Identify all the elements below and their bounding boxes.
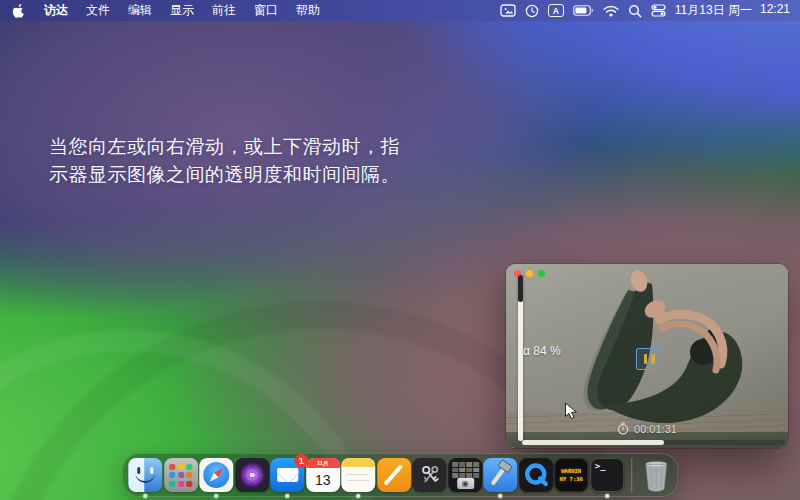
dock-item-keychain[interactable] xyxy=(412,458,446,492)
pause-icon[interactable] xyxy=(636,348,662,370)
keychain-icon xyxy=(412,458,446,492)
menu-bar-status: A 11月13日 周一 12:21 xyxy=(500,2,800,19)
dock-item-image-capture[interactable] xyxy=(448,458,482,492)
mouse-cursor xyxy=(564,402,578,421)
mail-badge: 1 xyxy=(294,454,308,468)
dock-item-trash[interactable] xyxy=(640,458,672,492)
vertical-opacity-slider[interactable] xyxy=(518,275,523,441)
trash-icon xyxy=(643,460,669,492)
menu-edit[interactable]: 编辑 xyxy=(119,0,161,21)
pages-icon xyxy=(377,458,411,492)
timer-readout: 00:01:31 xyxy=(506,422,788,435)
wifi-icon[interactable] xyxy=(603,5,619,17)
finder-icon xyxy=(128,458,162,492)
vertical-slider-thumb[interactable] xyxy=(518,275,523,302)
running-indicator xyxy=(143,494,147,498)
menu-bar-left: 访达 文件 编辑 显示 前往 窗口 帮助 xyxy=(0,0,329,21)
dock-item-finder[interactable] xyxy=(128,458,162,492)
tor-browser-icon xyxy=(235,458,269,492)
dock-item-notes[interactable] xyxy=(341,458,375,492)
dock-item-launchpad[interactable] xyxy=(164,458,198,492)
calendar-icon: 11月 13 xyxy=(306,458,340,492)
timeline-filled xyxy=(522,440,664,445)
menu-bar-time[interactable]: 12:21 xyxy=(760,2,790,19)
running-indicator xyxy=(498,494,502,498)
menu-bar-date[interactable]: 11月13日 周一 xyxy=(675,2,752,19)
menu-file[interactable]: 文件 xyxy=(77,0,119,21)
menu-help[interactable]: 帮助 xyxy=(287,0,329,21)
battery-icon[interactable] xyxy=(573,5,594,16)
launchpad-icon xyxy=(164,458,198,492)
alpha-label: α 84 % xyxy=(523,344,561,358)
screen-capture-icon[interactable] xyxy=(500,4,516,17)
xcode-icon xyxy=(483,458,517,492)
dock-item-pages[interactable] xyxy=(377,458,411,492)
dock-item-xcode[interactable] xyxy=(483,458,517,492)
stopwatch-icon xyxy=(617,422,629,435)
apple-menu-icon[interactable] xyxy=(12,3,25,18)
running-indicator xyxy=(285,494,289,498)
menu-go[interactable]: 前往 xyxy=(203,0,245,21)
calendar-month: 11月 xyxy=(306,458,340,468)
time-elapsed: 00:01:31 xyxy=(634,423,677,435)
led-clock-icon: WARNIN NY 7:36 xyxy=(554,458,588,492)
timeline-remaining xyxy=(664,440,784,445)
desktop-caption: 当您向左或向右滑动，或上下滑动时，指 示器显示图像之间的透明度和时间间隔。 xyxy=(49,133,400,189)
menu-bar: 访达 文件 编辑 显示 前往 窗口 帮助 A 11月13日 周一 12 xyxy=(0,0,800,21)
terminal-icon: >_ xyxy=(590,458,624,492)
running-indicator xyxy=(605,494,609,498)
caption-line-1: 当您向左或向右滑动，或上下滑动时，指 xyxy=(49,133,400,161)
control-center-icon[interactable] xyxy=(651,4,666,17)
dock-item-calendar[interactable]: 11月 13 xyxy=(306,458,340,492)
image-capture-icon xyxy=(448,458,482,492)
dock-item-quicktime[interactable] xyxy=(519,458,553,492)
dock-item-mail[interactable]: 1 xyxy=(270,458,304,492)
safari-icon xyxy=(199,458,233,492)
spotlight-search-icon[interactable] xyxy=(628,4,642,18)
dock-item-safari[interactable] xyxy=(199,458,233,492)
horizontal-timeline-slider[interactable] xyxy=(522,440,784,445)
menu-app-name[interactable]: 访达 xyxy=(35,0,77,21)
notes-icon xyxy=(341,458,375,492)
quicktime-icon xyxy=(519,458,553,492)
dock-item-terminal[interactable]: >_ xyxy=(590,458,624,492)
timelapse-player-window[interactable]: α 84 % 00:01:31 xyxy=(506,264,788,448)
dock-item-led-clock[interactable]: WARNIN NY 7:36 xyxy=(554,458,588,492)
caption-line-2: 示器显示图像之间的透明度和时间间隔。 xyxy=(49,161,400,189)
calendar-day: 13 xyxy=(306,468,340,492)
clock-icon[interactable] xyxy=(525,4,539,18)
dock: 1 11月 13 xyxy=(122,453,678,497)
zoom-button[interactable] xyxy=(538,270,545,277)
running-indicator xyxy=(356,494,360,498)
led-clock-line2: NY 7:36 xyxy=(560,476,583,482)
dock-divider xyxy=(631,458,632,492)
minimize-button[interactable] xyxy=(526,270,533,277)
led-clock-line1: WARNIN xyxy=(561,468,581,474)
terminal-prompt-glyph: >_ xyxy=(595,461,606,471)
dock-item-tor-browser[interactable] xyxy=(235,458,269,492)
running-indicator xyxy=(214,494,218,498)
menu-view[interactable]: 显示 xyxy=(161,0,203,21)
input-method-icon[interactable]: A xyxy=(548,4,564,17)
menu-window[interactable]: 窗口 xyxy=(245,0,287,21)
